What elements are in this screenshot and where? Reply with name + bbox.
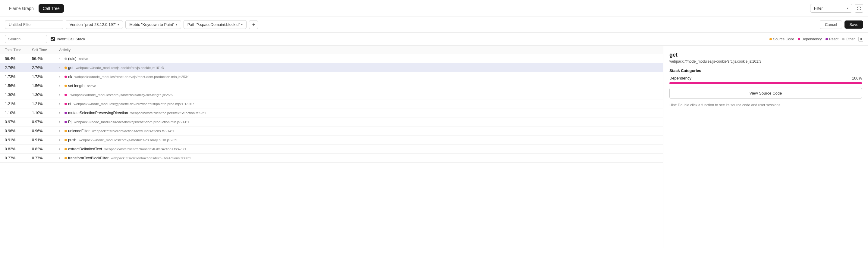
legend-other: Other: [842, 37, 855, 41]
add-filter-button[interactable]: +: [249, 20, 258, 29]
function-name: mutateSelectionPreservingDirection: [68, 111, 128, 115]
total-time: 1.10%: [5, 111, 32, 115]
tab-call-tree[interactable]: Call Tree: [38, 4, 64, 13]
expand-arrow-icon[interactable]: ›: [59, 102, 63, 105]
category-pct: 100%: [852, 76, 862, 80]
total-time: 1.21%: [5, 102, 32, 106]
function-path: webpack:///src/client/actions/textFilter…: [104, 147, 187, 151]
function-path: webpack:///src/client/actions/textFilter…: [92, 129, 174, 133]
expand-arrow-icon[interactable]: ›: [59, 129, 63, 132]
category-dot: [64, 75, 67, 78]
table-row[interactable]: 0.82% 0.82% › extractDelimitedText webpa…: [0, 144, 663, 154]
total-time: 1.30%: [5, 93, 32, 97]
toolbar: Invert Call Stack Source Code Dependency…: [0, 33, 868, 46]
expand-arrow-icon[interactable]: ›: [59, 111, 63, 115]
function-path: webpack:///node_modules/core-js/internal…: [70, 93, 173, 97]
expand-arrow-icon[interactable]: ›: [59, 84, 63, 87]
function-name: (idle): [68, 57, 76, 61]
activity-cell: › unicodeFilter webpack:///src/client/ac…: [59, 129, 658, 133]
category-dot: [64, 103, 67, 105]
activity-cell: › push webpack:///node_modules/core-js/m…: [59, 138, 658, 142]
table-view-icon[interactable]: ⊞: [858, 37, 863, 41]
expand-button[interactable]: [855, 4, 863, 13]
invert-call-stack-label[interactable]: Invert Call Stack: [51, 37, 85, 41]
detail-panel: get webpack:///node_modules/js-cookie/sr…: [663, 46, 868, 248]
table-row[interactable]: 0.77% 0.77% › transformTextBlockFilter w…: [0, 154, 663, 163]
table-row[interactable]: 1.30% 1.30% › webpack:///node_modules/co…: [0, 90, 663, 99]
legend-react: React: [826, 37, 838, 41]
version-filter[interactable]: Version "prod-23.12.0.197" ▾: [66, 20, 123, 29]
category-dot: [64, 148, 67, 150]
table-row[interactable]: 1.56% 1.56% › set length native: [0, 81, 663, 90]
detail-title: get: [670, 52, 862, 58]
activity-cell: › webpack:///node_modules/core-js/intern…: [59, 93, 658, 97]
table-row[interactable]: 0.97% 0.97% › Pj webpack:///node_modules…: [0, 118, 663, 127]
filter-bar: Version "prod-23.12.0.197" ▾ Metric "Key…: [0, 17, 868, 33]
self-time: 1.73%: [32, 75, 59, 79]
category-name: Dependency: [670, 76, 691, 80]
expand-arrow-icon[interactable]: ›: [59, 120, 63, 124]
table-row[interactable]: 1.21% 1.21% › et webpack:///node_modules…: [0, 99, 663, 108]
activity-cell: › et webpack:///node_modules/@palette.de…: [59, 102, 658, 106]
table-row[interactable]: 56.4% 56.4% › (idle) native: [0, 54, 663, 63]
tab-flame-graph[interactable]: Flame Graph: [5, 4, 38, 13]
function-name: push: [68, 138, 76, 142]
expand-arrow-icon[interactable]: ›: [59, 138, 63, 141]
save-button[interactable]: Save: [844, 21, 863, 29]
function-name: et: [68, 102, 71, 106]
table-row[interactable]: 1.73% 1.73% › ek webpack:///node_modules…: [0, 72, 663, 81]
untitled-filter-input[interactable]: [5, 20, 63, 29]
category-dot: [64, 130, 67, 132]
progress-bar-inner: [670, 82, 862, 84]
top-bar: Flame Graph Call Tree Filter ▾: [0, 0, 868, 17]
expand-arrow-icon[interactable]: ›: [59, 147, 63, 151]
function-name: transformTextBlockFilter: [68, 156, 108, 160]
path-filter[interactable]: Path "/:spaceDomain/:blockId" ▾: [184, 20, 247, 29]
activity-cell: › set length native: [59, 84, 658, 88]
filter-select[interactable]: Filter ▾: [810, 4, 852, 13]
cancel-button[interactable]: Cancel: [820, 20, 842, 29]
table-row[interactable]: 0.91% 0.91% › push webpack:///node_modul…: [0, 135, 663, 144]
expand-arrow-icon[interactable]: ›: [59, 57, 63, 60]
activity-cell: › ek webpack:///node_modules/react-dom/c…: [59, 75, 658, 79]
self-time: 1.21%: [32, 102, 59, 106]
function-path: webpack:///src/client/helpers/textSelect…: [130, 111, 206, 115]
legend-source-code: Source Code: [770, 37, 794, 41]
self-time: 2.76%: [32, 66, 59, 70]
expand-arrow-icon[interactable]: ›: [59, 93, 63, 96]
self-time: 0.97%: [32, 120, 59, 124]
progress-bar-outer: [670, 82, 862, 84]
metric-filter[interactable]: Metric "Keydown to Paint" ▾: [125, 20, 181, 29]
function-name: ek: [68, 75, 72, 79]
search-input[interactable]: [5, 35, 47, 43]
table-row[interactable]: 0.96% 0.96% › unicodeFilter webpack:///s…: [0, 127, 663, 135]
dependency-dot: [798, 38, 800, 40]
function-path: webpack:///node_modules/react-dom/cjs/re…: [74, 120, 189, 124]
chevron-down-icon: ▾: [118, 23, 119, 26]
total-time: 0.96%: [5, 129, 32, 133]
total-time: 1.56%: [5, 84, 32, 88]
expand-arrow-icon[interactable]: ›: [59, 66, 63, 69]
category-dot: [64, 157, 67, 159]
function-name: get: [68, 66, 73, 70]
view-source-button[interactable]: View Source Code: [670, 88, 862, 99]
activity-cell: › Pj webpack:///node_modules/react-dom/c…: [59, 120, 658, 124]
metric-label: Metric "Keydown to Paint": [129, 22, 174, 27]
function-path: webpack:///node_modules/core-js/modules/…: [79, 138, 177, 142]
total-time: 56.4%: [5, 57, 32, 61]
activity-cell: › get webpack:///node_modules/js-cookie/…: [59, 66, 658, 70]
expand-arrow-icon[interactable]: ›: [59, 75, 63, 78]
filter-area: Filter ▾: [810, 4, 863, 13]
table-row[interactable]: 2.76% 2.76% › get webpack:///node_module…: [0, 63, 663, 72]
self-time: 0.96%: [32, 129, 59, 133]
chevron-down-icon: ▾: [847, 7, 848, 10]
invert-call-stack-checkbox[interactable]: [51, 37, 55, 41]
category-dot: [64, 121, 67, 123]
table-row[interactable]: 1.10% 1.10% › mutateSelectionPreservingD…: [0, 108, 663, 118]
self-time: 1.56%: [32, 84, 59, 88]
function-name: unicodeFilter: [68, 129, 90, 133]
expand-arrow-icon[interactable]: ›: [59, 156, 63, 160]
total-time: 0.97%: [5, 120, 32, 124]
col-total-time: Total Time: [5, 48, 32, 52]
col-activity: Activity: [59, 48, 658, 52]
